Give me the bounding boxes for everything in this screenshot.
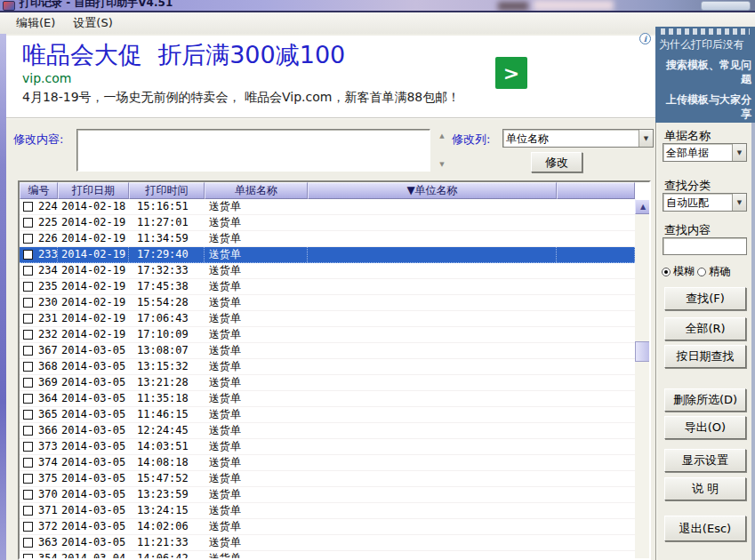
modify-column-value: 单位名称 xyxy=(503,130,639,147)
row-checkbox[interactable] xyxy=(23,202,33,212)
row-checkbox[interactable] xyxy=(23,298,33,308)
table-row[interactable]: 2332014-02-1917:29:40送货单 xyxy=(20,247,635,263)
help-link-2[interactable]: 上传模板与大家分享 xyxy=(659,92,751,121)
table-row[interactable]: 2252014-02-1911:27:01送货单 xyxy=(20,215,635,231)
cell-id: 373 xyxy=(20,439,58,454)
modify-column-select[interactable]: 单位名称 ▼ xyxy=(502,129,654,148)
row-checkbox[interactable] xyxy=(23,490,33,500)
row-checkbox[interactable] xyxy=(23,474,33,484)
table-row[interactable]: 3652014-03-0511:46:15送货单 xyxy=(20,407,635,423)
spinner-up-icon[interactable]: ▲ xyxy=(437,132,447,140)
table-row[interactable]: 3722014-03-0514:02:06送货单 xyxy=(20,519,635,535)
column-header-5[interactable] xyxy=(557,182,635,199)
help-link-0[interactable]: 为什么打印后没有 xyxy=(659,37,751,52)
column-header-4[interactable]: ▼单位名称 xyxy=(308,182,557,199)
row-id: 373 xyxy=(38,439,58,454)
modify-content-input[interactable] xyxy=(76,129,430,172)
menu-item-0[interactable]: 编辑(E) xyxy=(7,12,64,34)
vertical-scrollbar[interactable]: ▲ xyxy=(635,199,651,560)
fuzzy-radio[interactable] xyxy=(662,268,671,276)
chevron-down-icon[interactable]: ▼ xyxy=(639,130,653,147)
help-button[interactable]: 说 明 xyxy=(664,477,746,500)
table-row[interactable]: 2352014-02-1917:45:38送货单 xyxy=(20,279,635,295)
row-checkbox[interactable] xyxy=(23,442,33,452)
info-icon[interactable]: i xyxy=(639,33,651,44)
table-row[interactable]: 2262014-02-1911:34:59送货单 xyxy=(20,231,635,247)
doc-name-select[interactable]: 全部单据 ▼ xyxy=(663,143,747,162)
table-row[interactable]: 3692014-03-0513:21:28送货单 xyxy=(20,375,635,391)
window-control-buttons[interactable] xyxy=(701,1,751,11)
scrollbar-thumb[interactable] xyxy=(635,341,651,362)
row-checkbox[interactable] xyxy=(23,426,33,436)
row-id: 372 xyxy=(38,519,58,534)
cell-empty xyxy=(557,199,635,214)
cell-print-date: 2014-02-19 xyxy=(58,231,129,246)
row-checkbox[interactable] xyxy=(23,506,33,516)
row-checkbox[interactable] xyxy=(23,314,33,324)
table-row[interactable]: 3712014-03-0513:24:15送货单 xyxy=(20,503,635,519)
table-row[interactable]: 3752014-03-0515:47:52送货单 xyxy=(20,471,635,487)
row-checkbox[interactable] xyxy=(23,282,33,292)
table-row[interactable]: 3672014-03-0513:08:07送货单 xyxy=(20,343,635,359)
row-checkbox[interactable] xyxy=(23,234,33,244)
row-checkbox[interactable] xyxy=(23,218,33,228)
table-row[interactable]: 2312014-02-1917:06:43送货单 xyxy=(20,311,635,327)
row-checkbox[interactable] xyxy=(23,250,33,260)
table-row[interactable]: 2322014-02-1917:10:09送货单 xyxy=(20,327,635,343)
column-header-0[interactable]: 编号 xyxy=(20,182,58,199)
spinner-down-icon[interactable]: ▼ xyxy=(437,160,447,169)
table-row[interactable]: 3632014-03-0511:21:33送货单 xyxy=(20,535,635,551)
row-checkbox[interactable] xyxy=(23,522,33,532)
table-row[interactable]: 3642014-03-0511:35:18送货单 xyxy=(20,391,635,407)
exact-radio-label: 精确 xyxy=(709,264,730,279)
exact-radio[interactable] xyxy=(697,268,706,276)
all-button[interactable]: 全部(R) xyxy=(664,317,746,340)
menu-item-1[interactable]: 设置(S) xyxy=(64,12,121,34)
find-by-date-button[interactable]: 按日期查找 xyxy=(664,345,746,368)
modify-button[interactable]: 修改 xyxy=(531,152,582,172)
ad-site-link[interactable]: vip.com xyxy=(22,71,71,85)
table-row[interactable]: 2302014-02-1915:54:28送货单 xyxy=(20,295,635,311)
row-checkbox[interactable] xyxy=(23,346,33,356)
column-header-1[interactable]: 打印日期 xyxy=(58,182,129,199)
display-settings-button[interactable]: 显示设置 xyxy=(664,449,746,472)
table-row[interactable]: 3662014-03-0512:24:45送货单 xyxy=(20,423,635,439)
ad-banner[interactable]: 唯品会大促 折后满300减100 vip.com 4月18-19号，一场史无前例… xyxy=(6,36,655,118)
row-checkbox[interactable] xyxy=(23,362,33,372)
chevron-down-icon[interactable]: ▼ xyxy=(732,144,746,161)
cell-doc-name: 送货单 xyxy=(205,423,308,438)
column-header-2[interactable]: 打印时间 xyxy=(129,182,205,199)
row-checkbox[interactable] xyxy=(23,330,33,340)
export-button[interactable]: 导出(O) xyxy=(664,416,746,439)
row-checkbox[interactable] xyxy=(23,458,33,468)
cell-unit-name xyxy=(308,263,557,278)
column-header-3[interactable]: 单据名称 xyxy=(205,182,308,199)
cell-unit-name xyxy=(308,551,557,560)
table-row[interactable]: 3682014-03-0513:15:32送货单 xyxy=(20,359,635,375)
cell-empty xyxy=(557,391,635,406)
cell-empty xyxy=(557,519,635,534)
search-category-select[interactable]: 自动匹配 ▼ xyxy=(663,193,747,212)
chevron-down-icon[interactable]: ▼ xyxy=(732,194,746,211)
scroll-up-icon[interactable]: ▲ xyxy=(635,199,651,214)
row-checkbox[interactable] xyxy=(23,554,33,560)
table-row[interactable]: 3702014-03-0513:23:59送货单 xyxy=(20,487,635,503)
row-checkbox[interactable] xyxy=(23,266,33,276)
delete-selected-button[interactable]: 删除所选(D) xyxy=(664,388,746,412)
table-row[interactable]: 3542014-03-0414:06:42送货单 xyxy=(20,551,635,560)
exit-button[interactable]: 退出(Esc) xyxy=(664,516,746,541)
ad-arrow-button[interactable]: > xyxy=(495,57,527,89)
cell-print-date: 2014-02-19 xyxy=(58,327,129,342)
search-input[interactable] xyxy=(663,237,747,255)
table-row[interactable]: 2242014-02-1815:16:51送货单 xyxy=(20,199,635,215)
help-link-1[interactable]: 搜索模板、常见问题 xyxy=(659,58,751,86)
row-checkbox[interactable] xyxy=(23,538,33,548)
row-checkbox[interactable] xyxy=(23,410,33,420)
table-row[interactable]: 2342014-02-1917:32:33送货单 xyxy=(20,263,635,279)
row-checkbox[interactable] xyxy=(23,394,33,404)
row-checkbox[interactable] xyxy=(23,378,33,388)
table-row[interactable]: 3742014-03-0514:08:18送货单 xyxy=(20,455,635,471)
table-row[interactable]: 3732014-03-0514:03:51送货单 xyxy=(20,439,635,455)
search-category-value: 自动匹配 xyxy=(663,194,732,211)
find-button[interactable]: 查找(F) xyxy=(664,287,746,310)
